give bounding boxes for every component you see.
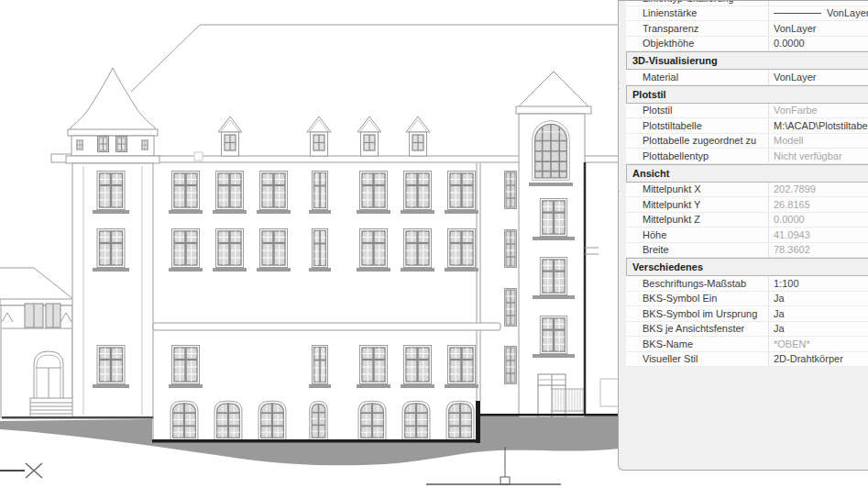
property-label: Plottabellentyp — [626, 150, 768, 161]
property-row[interactable]: PlottabellentypNicht verfügbar — [626, 149, 868, 164]
property-label: Mittelpunkt Z — [626, 214, 768, 225]
property-row[interactable]: BKS je AnsichtsfensterJa — [626, 322, 868, 338]
pyramid-roof — [518, 72, 589, 107]
windows-ground-arched — [170, 401, 474, 439]
x-marker — [0, 463, 42, 478]
property-label: Linienstärke — [626, 7, 768, 18]
property-row[interactable]: BKS-Name*OBEN* — [626, 337, 868, 352]
property-row[interactable]: Objekthöhe0.0000 — [626, 37, 868, 52]
property-row[interactable]: BKS-Symbol im UrsprungJa — [626, 306, 868, 322]
storey-cornice-band — [153, 323, 500, 330]
entrance-steps — [30, 398, 73, 417]
property-value[interactable]: 202.7899 — [768, 183, 868, 197]
property-row[interactable]: TransparenzVonLayer — [626, 21, 868, 37]
property-value-text: M:\ACAD\Plotstiltabel — [774, 120, 868, 131]
property-value[interactable]: VonLayer — [768, 6, 868, 21]
property-value[interactable]: Ja — [768, 306, 868, 321]
property-value-text: VonFarbe — [774, 105, 818, 116]
category-label: Ansicht — [632, 168, 669, 179]
cad-workspace: Darstellung Erweiterte Daten Linientyp-S… — [0, 0, 868, 488]
property-value-text: Modell — [774, 135, 803, 146]
property-value[interactable]: VonLayer — [768, 21, 868, 36]
category-header[interactable]: Ansicht — [626, 164, 868, 183]
property-value-text: 2D-Drahtkörper — [774, 353, 843, 364]
property-label: Beschriftungs-Maßstab — [626, 278, 768, 289]
property-row[interactable]: MaterialVonLayer — [626, 70, 868, 85]
lineweight-sample — [774, 13, 821, 14]
property-value-text: Nicht verfügbar — [774, 150, 842, 161]
property-value-text: Ja — [774, 323, 785, 334]
property-value[interactable]: Nicht verfügbar — [768, 149, 868, 163]
stairwell-windows — [505, 172, 517, 384]
property-value[interactable]: 41.0943 — [768, 227, 868, 242]
tab-darstellung[interactable]: Darstellung — [618, 0, 620, 83]
property-value-text: Ja — [774, 308, 785, 319]
category-label: Plotstil — [632, 89, 666, 100]
roof-dormers — [218, 116, 430, 156]
property-label: BKS-Symbol Ein — [626, 293, 768, 304]
property-value[interactable]: Ja — [768, 292, 868, 306]
property-value-text: 1:100 — [774, 278, 799, 289]
category-header[interactable]: Plotstil — [626, 85, 868, 104]
property-value[interactable] — [768, 0, 868, 6]
tower-spire — [71, 68, 155, 131]
property-row[interactable]: Plottabelle zugeordnet zuModell — [626, 134, 868, 150]
property-value-text: VonLayer — [774, 72, 816, 83]
property-value[interactable]: 0.0000 — [768, 213, 868, 227]
dormer-window — [307, 116, 331, 156]
property-value[interactable]: M:\ACAD\Plotstiltabel — [768, 118, 868, 133]
property-value-text: 26.8165 — [774, 199, 810, 210]
property-value[interactable]: *OBEN* — [768, 337, 868, 351]
property-label: BKS je Ansichtsfenster — [626, 323, 768, 334]
property-row[interactable]: PlotstilVonFarbe — [626, 104, 868, 119]
category-label: Verschiedenes — [632, 261, 703, 272]
property-row[interactable]: Höhe41.0943 — [626, 227, 868, 243]
property-label: Breite — [626, 244, 768, 255]
property-label: Plottabelle zugeordnet zu — [626, 135, 768, 146]
tab-erweiterte-daten[interactable]: Erweiterte Daten — [618, 88, 620, 192]
dormer-window — [406, 116, 430, 156]
property-row[interactable]: BKS-Symbol EinJa — [626, 292, 868, 307]
property-value[interactable]: VonLayer — [768, 70, 868, 84]
property-label: Höhe — [626, 229, 768, 240]
property-value-text: Ja — [774, 293, 785, 304]
property-value[interactable]: VonFarbe — [768, 104, 868, 118]
property-label: Mittelpunkt Y — [626, 199, 768, 210]
property-label: Plotstil — [626, 105, 768, 116]
dormer-window — [357, 116, 381, 156]
property-value[interactable]: 78.3602 — [768, 243, 868, 258]
property-row[interactable]: Mittelpunkt Y26.8165 — [626, 197, 868, 213]
property-label: Objekthöhe — [626, 38, 768, 49]
property-row[interactable]: Beschriftungs-Maßstab1:100 — [626, 276, 868, 292]
property-row[interactable]: Mittelpunkt Z0.0000 — [626, 213, 868, 228]
property-value-text: 78.3602 — [774, 244, 810, 255]
big-arched-window — [533, 121, 569, 181]
properties-panel: Darstellung Erweiterte Daten Linientyp-S… — [618, 0, 868, 471]
retaining-wall — [476, 401, 480, 443]
property-label: BKS-Name — [626, 338, 768, 349]
property-row[interactable]: Visueller Stil2D-Drahtkörper — [626, 352, 868, 368]
property-row[interactable]: Breite78.3602 — [626, 243, 868, 259]
property-value[interactable]: 26.8165 — [768, 197, 868, 212]
property-value-text: VonLayer — [827, 7, 868, 18]
property-value-text: *OBEN* — [774, 338, 810, 349]
property-label: Mittelpunkt X — [626, 183, 768, 194]
property-label: Plotstiltabelle — [626, 120, 768, 131]
property-value[interactable]: 1:100 — [768, 276, 868, 291]
property-value[interactable]: 2D-Drahtkörper — [768, 352, 868, 367]
property-value[interactable]: Ja — [768, 322, 868, 337]
property-row[interactable]: Mittelpunkt X202.7899 — [626, 183, 868, 198]
property-label: BKS-Symbol im Ursprung — [626, 308, 768, 319]
property-value[interactable]: 0.0000 — [768, 37, 868, 51]
category-header[interactable]: Verschiedenes — [626, 258, 868, 276]
category-header[interactable]: 3D-Visualisierung — [626, 51, 868, 70]
property-label: Material — [626, 72, 768, 83]
category-label: 3D-Visualisierung — [632, 55, 718, 66]
property-row[interactable]: PlotstiltabelleM:\ACAD\Plotstiltabel — [626, 118, 868, 134]
property-label: Visueller Stil — [626, 353, 768, 364]
property-value-text: 0.0000 — [774, 214, 805, 225]
neighbor-building — [585, 162, 620, 414]
property-value[interactable]: Modell — [768, 134, 868, 149]
property-row[interactable]: LinienstärkeVonLayer — [626, 6, 868, 22]
property-value-text: 202.7899 — [774, 183, 816, 194]
